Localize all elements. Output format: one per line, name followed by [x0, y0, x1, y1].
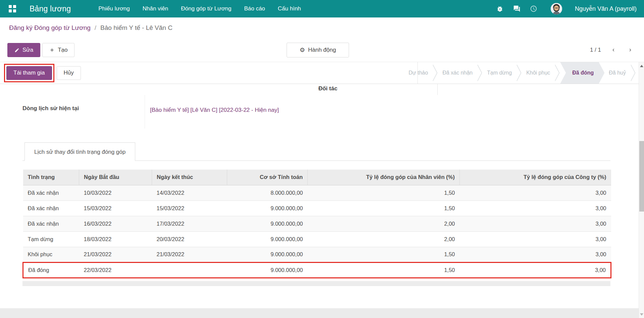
status-step-5[interactable]: Đã huỷ [604, 62, 630, 84]
app-name[interactable]: Bảng lương [30, 4, 71, 13]
table-cell: 16/03/2022 [79, 216, 152, 231]
table-cell: 3,00 [460, 231, 611, 247]
table-footer-strip [22, 281, 610, 286]
step-arrow-separator-icon [432, 62, 438, 84]
edit-button-label: Sửa [22, 47, 33, 53]
table-cell: 18/03/2022 [79, 231, 152, 247]
scrollbar-thumb[interactable] [639, 141, 644, 212]
column-header-0[interactable]: Tình trạng [23, 170, 79, 185]
scrollbar-down-icon[interactable] [639, 311, 644, 317]
pager-next-icon[interactable] [626, 46, 635, 54]
table-cell: 1,50 [308, 185, 460, 200]
annotation-rejoin-highlight: Tái tham gia [4, 64, 54, 82]
table-cell: 9.000.000,00 [227, 216, 308, 231]
table-cell: Khôi phục [23, 247, 79, 262]
table-cell: 3,00 [460, 247, 611, 262]
scrollbar-up-icon[interactable] [639, 63, 644, 69]
breadcrumb-parent-link[interactable]: Đăng ký Đóng góp từ Lương [9, 24, 91, 32]
status-step-3[interactable]: Khôi phục [522, 62, 554, 84]
top-navbar: Bảng lương Phiếu lươngNhân viênĐóng góp … [0, 0, 644, 17]
statusbar-steps: Dự thảoĐã xác nhậnTạm dừngKhôi phụcĐã đó… [404, 62, 636, 84]
table-cell: 3,00 [460, 185, 611, 200]
table-cell: Tạm dừng [23, 231, 79, 247]
edit-button[interactable]: Sửa [7, 43, 40, 57]
table-cell: 1,50 [308, 200, 460, 216]
create-button[interactable]: Tạo [42, 43, 75, 57]
nav-menu-item-1[interactable]: Nhân viên [143, 5, 168, 12]
pager-value[interactable]: 1 / 1 [590, 47, 601, 53]
rejoin-button[interactable]: Tái tham gia [6, 66, 52, 80]
breadcrumb-current: Bảo hiểm Y tế - Lê Văn C [100, 24, 172, 32]
table-cell: Đã xác nhận [23, 185, 79, 200]
action-menu-button[interactable]: ⚙ Hành động [287, 43, 349, 57]
step-arrow-separator-icon [516, 62, 522, 84]
action-button-label: Hành động [308, 47, 336, 53]
history-list-view: Tình trạngNgày Bắt đầuNgày kết thúcCơ sở… [22, 170, 610, 286]
table-row[interactable]: Đã xác nhận15/03/202215/03/20229.000.000… [23, 200, 611, 216]
step-arrow-separator-icon [477, 62, 483, 84]
column-header-3[interactable]: Cơ sở Tính toán [227, 170, 308, 185]
gear-icon: ⚙ [300, 47, 305, 53]
nav-menu-item-4[interactable]: Cấu hình [278, 5, 301, 12]
apps-menu-icon[interactable] [9, 5, 16, 12]
page-background-bottom [0, 308, 644, 318]
status-step-2[interactable]: Tạm dừng [483, 62, 516, 84]
user-name[interactable]: Nguyễn Văn A (payroll) [575, 5, 637, 12]
table-cell: Đã xác nhận [23, 200, 79, 216]
bug-icon[interactable] [496, 5, 504, 12]
table-cell: 15/03/2022 [152, 200, 227, 216]
user-avatar[interactable] [551, 3, 562, 14]
column-header-1[interactable]: Ngày Bắt đầu [79, 170, 152, 185]
vertical-scrollbar[interactable] [639, 62, 644, 318]
table-row[interactable]: Khôi phục21/03/202221/03/20229.000.000,0… [23, 247, 611, 262]
table-cell: 3,00 [460, 200, 611, 216]
table-cell: 9.000.000,00 [227, 262, 308, 278]
nav-menu-item-2[interactable]: Đóng góp từ Lương [181, 5, 231, 12]
table-cell: 21/03/2022 [79, 247, 152, 262]
column-header-2[interactable]: Ngày kết thúc [152, 170, 227, 185]
table-cell: 1,50 [308, 247, 460, 262]
table-cell: Đã đóng [23, 262, 79, 278]
table-cell: 10/03/2022 [79, 185, 152, 200]
chat-icon[interactable] [513, 5, 521, 12]
nav-menu-item-3[interactable]: Báo cáo [244, 5, 265, 12]
nav-menu-item-0[interactable]: Phiếu lương [98, 5, 130, 12]
table-cell: 9.000.000,00 [227, 200, 308, 216]
column-header-4[interactable]: Tỷ lệ đóng góp của Nhân viên (%) [308, 170, 460, 185]
cancel-button[interactable]: Hủy [57, 66, 81, 80]
systray: Nguyễn Văn A (payroll) [496, 3, 637, 14]
history-table: Tình trạngNgày Bắt đầuNgày kết thúcCơ sở… [22, 170, 611, 278]
history-field-value-link[interactable]: [Bảo hiểm Y tế] [Lê Văn C] [2022-03-22 -… [150, 104, 279, 116]
group-title-partner: Đối tác [293, 85, 363, 92]
navbar-menu: Phiếu lươngNhân viênĐóng góp từ LươngBáo… [98, 5, 301, 12]
status-step-1[interactable]: Đã xác nhận [438, 62, 477, 84]
table-cell: 1,50 [308, 262, 460, 278]
create-button-label: Tạo [58, 47, 67, 53]
table-cell: 8.000.000,00 [227, 185, 308, 200]
plus-icon [49, 47, 55, 53]
table-cell: 20/03/2022 [152, 231, 227, 247]
table-cell: 9.000.000,00 [227, 231, 308, 247]
status-step-0[interactable]: Dự thảo [404, 62, 433, 84]
form-sheet: Đối tác Dòng lịch sử hiện tại [Bảo hiểm … [0, 84, 644, 308]
control-panel: Sửa Tạo ⚙ Hành động 1 / 1 [0, 38, 644, 62]
breadcrumb-separator: / [95, 24, 96, 32]
notebook-tabs: Lịch sử thay đổi tình trạng đóng góp [22, 142, 610, 161]
table-row-highlighted[interactable]: Đã đóng22/03/20229.000.000,001,503,00 [23, 262, 611, 278]
step-arrow-separator-icon [630, 62, 636, 84]
table-cell: Đã xác nhận [23, 216, 79, 231]
table-cell: 22/03/2022 [79, 262, 152, 278]
tab-contribution-history[interactable]: Lịch sử thay đổi tình trạng đóng góp [24, 142, 135, 161]
status-step-4-active[interactable]: Đã đóng [560, 62, 604, 84]
table-row[interactable]: Đã xác nhận10/03/202214/03/20228.000.000… [23, 185, 611, 200]
clock-icon[interactable] [530, 5, 537, 12]
statusbar: Tái tham gia Hủy Dự thảoĐã xác nhậnTạm d… [0, 62, 644, 84]
table-row[interactable]: Đã xác nhận16/03/202217/03/20229.000.000… [23, 216, 611, 231]
column-header-5[interactable]: Tỷ lệ đóng góp của Công ty (%) [460, 170, 611, 185]
pager-previous-icon[interactable] [609, 46, 618, 54]
step-arrow-separator-icon [554, 62, 560, 84]
breadcrumb: Đăng ký Đóng góp từ Lương / Bảo hiểm Y t… [0, 17, 644, 38]
table-cell: 3,00 [460, 262, 611, 278]
table-row[interactable]: Tạm dừng18/03/202220/03/20229.000.000,00… [23, 231, 611, 247]
field-cell-border [145, 95, 145, 129]
